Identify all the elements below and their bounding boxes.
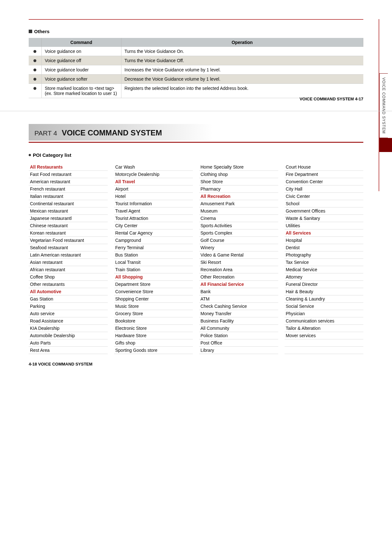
- poi-item: Cleaning & Laundry: [285, 295, 364, 303]
- poi-item: Hospital: [285, 237, 364, 244]
- poi-item: Communication services: [285, 317, 364, 325]
- bullet-icon: [33, 59, 36, 62]
- poi-item: Coffee Shop: [29, 273, 108, 281]
- poi-item: Department Store: [114, 281, 193, 288]
- poi-item: Hair & Beauty: [285, 288, 364, 295]
- poi-item: Physician: [285, 310, 364, 317]
- poi-item: ATM: [199, 295, 278, 303]
- poi-item: French restaurant: [29, 185, 108, 193]
- poi-item: Social Service: [285, 303, 364, 310]
- poi-item: Cinema: [199, 215, 278, 222]
- red-underline: [29, 142, 363, 143]
- poi-item: Asian restaurant: [29, 259, 108, 266]
- poi-item: Waste & Sanitary: [285, 215, 364, 222]
- poi-item: Airport: [114, 185, 193, 193]
- poi-category-header: All Shopping: [114, 273, 193, 281]
- bullet-icon: [33, 87, 36, 90]
- poi-item: Medical Service: [285, 266, 364, 273]
- poi-item: Winery: [199, 244, 278, 251]
- page-footer-1: VOICE COMMAND SYSTEM 4-17: [300, 97, 363, 101]
- poi-item: Police Station: [199, 332, 278, 339]
- poi-item: Funeral Director: [285, 281, 364, 288]
- poi-item: Automobile Dealership: [29, 332, 108, 339]
- poi-item: Hotel: [114, 193, 193, 200]
- poi-item: Continental restaurant: [29, 200, 108, 207]
- poi-item: Photography: [285, 251, 364, 259]
- table-row: Voice guidance onTurns the Voice Guidanc…: [29, 47, 363, 56]
- command-cell: Voice guidance on: [41, 47, 121, 56]
- poi-item: Business Facility: [199, 317, 278, 325]
- poi-item: African restaurant: [29, 266, 108, 273]
- poi-item: Auto Parts: [29, 339, 108, 347]
- poi-item: Court House: [285, 163, 364, 171]
- poi-column: Court HouseFire DepartmentConvention Cen…: [285, 163, 364, 354]
- operation-cell: Decrease the Voice Guidance volume by 1 …: [121, 75, 363, 84]
- table-row: Store marked location to <text tag> (ex.…: [29, 84, 363, 98]
- poi-item: Korean restaurant: [29, 229, 108, 237]
- poi-item: Bank: [199, 288, 278, 295]
- poi-item: Fire Department: [285, 171, 364, 178]
- th-bullet: [29, 38, 41, 47]
- poi-category-header: All Services: [285, 229, 364, 237]
- poi-item: KIA Dealership: [29, 325, 108, 332]
- poi-category-header: All Recreation: [199, 193, 278, 200]
- poi-item: City Hall: [285, 185, 364, 193]
- poi-item: Library: [199, 347, 278, 354]
- poi-item: Attorney: [285, 273, 364, 281]
- poi-item: Music Store: [114, 303, 193, 310]
- poi-item: Road Assistance: [29, 317, 108, 325]
- poi-item: Tourist Information: [114, 200, 193, 207]
- poi-item: Pharmacy: [199, 185, 278, 193]
- poi-item: Parking: [29, 303, 108, 310]
- command-cell: Store marked location to <text tag> (ex.…: [41, 84, 121, 98]
- poi-item: Train Station: [114, 266, 193, 273]
- poi-item: Ferry Terminal: [114, 244, 193, 251]
- poi-item: Sports Complex: [199, 229, 278, 237]
- poi-item: Other restaurants: [29, 281, 108, 288]
- command-table-body: Voice guidance onTurns the Voice Guidanc…: [29, 47, 363, 98]
- poi-item: Sports Activities: [199, 222, 278, 229]
- poi-item: Rest Area: [29, 347, 108, 354]
- poi-item: Clothing shop: [199, 171, 278, 178]
- poi-heading-text: POI Category list: [33, 152, 71, 158]
- page-1: VOICE COMMAND SYSTEM Others Command Oper…: [0, 0, 392, 111]
- poi-item: Utilities: [285, 222, 364, 229]
- poi-item: Travel Agent: [114, 207, 193, 215]
- table-row: Voice guidance softerDecrease the Voice …: [29, 75, 363, 84]
- poi-item: Tax Service: [285, 259, 364, 266]
- poi-column: All RestaurantsFast Food restaurantAmeri…: [29, 163, 108, 354]
- bullet-icon: [33, 69, 36, 71]
- poi-item: Convention Center: [285, 178, 364, 185]
- part-main-title: VOICE COMMAND SYSTEM: [62, 128, 162, 137]
- command-cell: Voice guidance off: [41, 56, 121, 65]
- poi-column: Car WashMotorcycle DealershipAll TravelA…: [114, 163, 193, 354]
- operation-cell: Turns the Voice Guidance On.: [121, 47, 363, 56]
- poi-category-header: All Restaurants: [29, 163, 108, 171]
- poi-heading: POI Category list: [29, 152, 363, 158]
- row-bullet-cell: [29, 47, 41, 56]
- poi-item: Tourist Attraction: [114, 215, 193, 222]
- poi-item: All Community: [199, 325, 278, 332]
- page-2: PART 4 VOICE COMMAND SYSTEM POI Category…: [0, 111, 392, 379]
- page-top-rule: [29, 19, 363, 20]
- poi-item: Shoe Store: [199, 178, 278, 185]
- poi-item: Vegetarian Food restaurant: [29, 237, 108, 244]
- others-heading-text: Others: [34, 29, 49, 34]
- poi-item: Tailor & Alteration: [285, 325, 364, 332]
- poi-item: Rental Car Agency: [114, 229, 193, 237]
- poi-item: Gifts shop: [114, 339, 193, 347]
- poi-item: Mover services: [285, 332, 364, 339]
- poi-item: Post Office: [199, 339, 278, 347]
- square-bullet-icon: [29, 30, 32, 33]
- poi-item: Civic Center: [285, 193, 364, 200]
- poi-item: Shopping Center: [114, 295, 193, 303]
- poi-item: Museum: [199, 207, 278, 215]
- poi-item: Check Cashing Service: [199, 303, 278, 310]
- th-command: Command: [41, 38, 121, 47]
- dot-bullet-icon: [29, 154, 31, 156]
- poi-item: Japanese restaurantl: [29, 215, 108, 222]
- poi-item: [285, 347, 364, 354]
- poi-item: Bus Station: [114, 251, 193, 259]
- poi-item: Amusement Park: [199, 200, 278, 207]
- others-heading: Others: [29, 29, 363, 34]
